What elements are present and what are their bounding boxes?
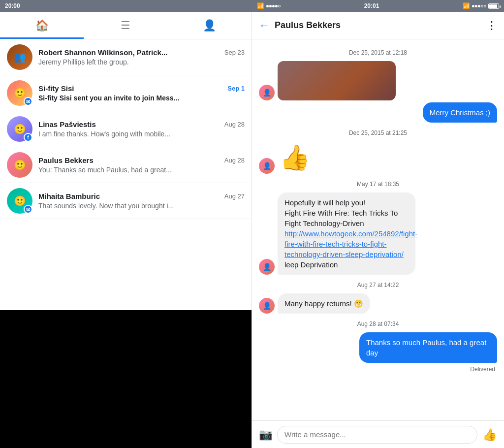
conversation-item-group[interactable]: 👥 Robert Shannon Wilkinson, Patrick... S… <box>0 39 252 75</box>
conv-name-group: Robert Shannon Wilkinson, Patrick... <box>38 48 167 57</box>
conv-content-linas: Linas Pašviestis Aug 28 I am fine thanks… <box>38 120 245 138</box>
msg-row-0 <box>259 61 497 100</box>
conv-content-mihaita: Mihaita Bamburic Aug 27 That sounds love… <box>38 192 245 210</box>
msg-avatar-2 <box>259 158 275 174</box>
timestamp-4: Aug 27 at 14:22 <box>259 282 497 288</box>
right-time: 20:01 <box>364 2 379 9</box>
msg-avatar-3 <box>259 259 275 275</box>
bubble-1: Merry Christmas ;) <box>423 102 497 123</box>
avatar-wrap-group: 👥 <box>7 44 32 70</box>
chat-contact-name: Paulus Bekkers <box>275 20 486 31</box>
avatar-group: 👥 <box>7 44 32 70</box>
conv-time-mihaita: Aug 27 <box>224 192 245 200</box>
bubble-5: Thanks so much Paulus, had a great day <box>359 332 497 363</box>
conv-preview-sifity: Si-fity Sisi sent you an invite to join … <box>38 94 245 102</box>
messages-area: Dec 25, 2015 at 12:18 Merry Christmas ;)… <box>252 39 504 420</box>
left-time: 20:00 <box>5 2 20 9</box>
delivered-label-5: Delivered <box>259 366 497 373</box>
battery-icon <box>488 3 499 9</box>
conv-content-group: Robert Shannon Wilkinson, Patrick... Sep… <box>38 48 245 66</box>
conv-preview-linas: I am fine thanks. How's going with mobil… <box>38 130 245 138</box>
timestamp-5: Aug 28 at 07:34 <box>259 320 497 327</box>
input-bar: 📷 👍 <box>252 420 504 448</box>
right-battery-area: 📶 <box>463 2 499 9</box>
conversation-list: 👥 Robert Shannon Wilkinson, Patrick... S… <box>0 39 252 310</box>
chat-header: ← Paulus Bekkers ⋮ <box>252 12 504 39</box>
right-panel: ← Paulus Bekkers ⋮ Dec 25, 2015 at 12:18… <box>252 12 504 448</box>
timestamp-2: Dec 25, 2015 at 21:25 <box>259 129 497 136</box>
msg-row-1: Merry Christmas ;) <box>259 102 497 123</box>
msg-row-thumbs-2: 👍 <box>259 141 497 174</box>
right-status-icons: 📶 <box>257 2 281 9</box>
conv-time-group: Sep 23 <box>224 49 245 56</box>
avatar-wrap-mihaita: 🙂 ✉ <box>7 188 32 214</box>
message-input[interactable] <box>277 426 477 444</box>
avatar-wrap-paulus: 🙂 <box>7 152 32 178</box>
conv-time-linas: Aug 28 <box>224 121 245 128</box>
black-area <box>0 310 252 448</box>
msg-row-4: Many happy returns! 😁 <box>259 293 497 314</box>
nav-bar: 🏠 ☰ 👤 <box>0 12 252 39</box>
avatar-wrap-linas: 🙂 f <box>7 116 32 142</box>
conv-name-mihaita: Mihaita Bamburic <box>38 192 100 200</box>
badge-linas: f <box>24 133 32 142</box>
bubble-4: Many happy returns! 😁 <box>278 293 370 314</box>
camera-button[interactable]: 📷 <box>259 428 272 441</box>
conversation-item-sifity[interactable]: 🙂 ✉ Si-fity Sisi Sep 1 Si-fity Sisi sent… <box>0 75 252 111</box>
bubble-3: Hopefully it will help you!Fight Fire Wi… <box>278 192 415 275</box>
conv-preview-mihaita: That sounds lovely. Now that you brought… <box>38 202 245 210</box>
conversation-item-mihaita[interactable]: 🙂 ✉ Mihaita Bamburic Aug 27 That sounds … <box>0 183 252 219</box>
right-status-bar: 📶 20:01 📶 <box>252 0 504 12</box>
nav-profile[interactable]: 👤 <box>168 12 252 39</box>
like-button[interactable]: 👍 <box>482 428 497 442</box>
list-icon: ☰ <box>121 19 130 32</box>
img-bubble-0 <box>278 61 396 100</box>
thumbs-up-2: 👍 <box>278 141 312 174</box>
msg-row-3: Hopefully it will help you!Fight Fire Wi… <box>259 192 497 275</box>
conv-preview-group: Jeremy Phillips left the group. <box>38 58 245 66</box>
avatar-wrap-sifity: 🙂 ✉ <box>7 80 32 106</box>
back-button[interactable]: ← <box>259 19 270 32</box>
signal-dots <box>266 5 281 7</box>
left-panel: 🏠 ☰ 👤 👥 Robert Shannon Wilkinson, Patric… <box>0 12 252 448</box>
profile-icon: 👤 <box>203 19 216 32</box>
conv-time-sifity: Sep 1 <box>227 85 245 92</box>
conv-content-paulus: Paulus Bekkers Aug 28 You: Thanks so muc… <box>38 156 245 174</box>
conversation-item-linas[interactable]: 🙂 f Linas Pašviestis Aug 28 I am fine th… <box>0 111 252 147</box>
conv-name-sifity: Si-fity Sisi <box>38 84 74 93</box>
more-options-button[interactable]: ⋮ <box>486 19 497 32</box>
wifi-icon: 📶 <box>257 2 264 9</box>
msg-avatar-4 <box>259 298 275 314</box>
conv-name-linas: Linas Pašviestis <box>38 120 96 128</box>
nav-home[interactable]: 🏠 <box>0 12 84 39</box>
msg-row-5: Thanks so much Paulus, had a great day <box>259 332 497 363</box>
conv-preview-paulus: You: Thanks so much Paulus, had a great.… <box>38 166 245 174</box>
badge-sifity: ✉ <box>24 97 32 106</box>
badge-mihaita: ✉ <box>24 205 32 214</box>
conversation-item-paulus[interactable]: 🙂 Paulus Bekkers Aug 28 You: Thanks so m… <box>0 147 252 183</box>
conv-time-paulus: Aug 28 <box>224 157 245 164</box>
avatar-paulus: 🙂 <box>7 152 32 178</box>
wifi-icon-right: 📶 <box>463 2 470 9</box>
conv-name-paulus: Paulus Bekkers <box>38 156 94 164</box>
msg-avatar-0 <box>259 85 275 100</box>
conv-content-sifity: Si-fity Sisi Sep 1 Si-fity Sisi sent you… <box>38 84 245 102</box>
home-icon: 🏠 <box>35 19 49 32</box>
nav-list[interactable]: ☰ <box>84 12 167 39</box>
left-status-bar: 20:00 <box>0 0 252 12</box>
timestamp-0: Dec 25, 2015 at 12:18 <box>259 49 497 56</box>
signal-dots-right <box>472 5 486 7</box>
timestamp-3: May 17 at 18:35 <box>259 181 497 188</box>
